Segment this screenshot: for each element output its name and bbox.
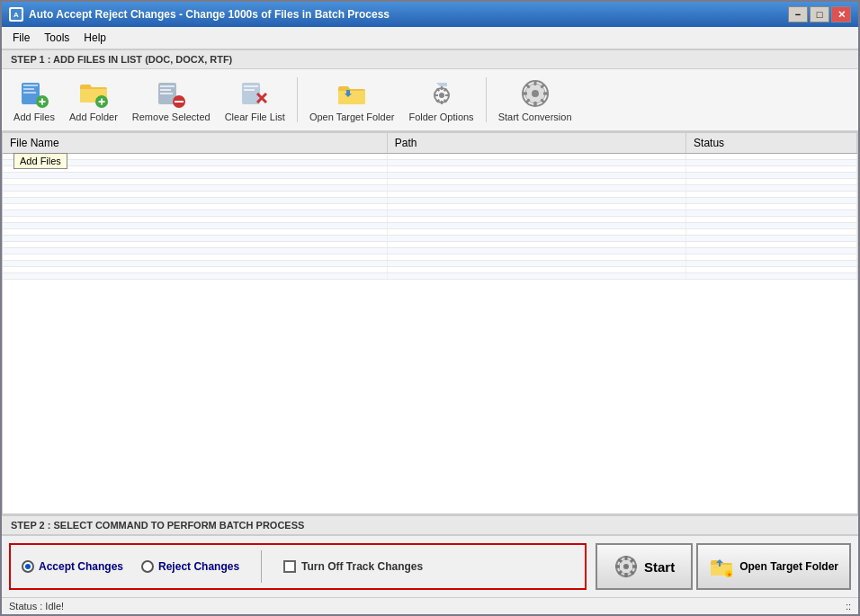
reject-changes-radio[interactable] — [141, 560, 154, 573]
table-row — [3, 160, 857, 166]
toolbar-separator-2 — [486, 77, 487, 122]
table-row — [3, 242, 857, 248]
command-selection-group: Accept Changes Reject Changes Turn Off T… — [9, 543, 587, 590]
window-title: Auto Accept Reject Changes - Change 1000… — [29, 8, 390, 21]
table-row — [3, 204, 857, 210]
add-files-button[interactable]: Add Files — [7, 73, 61, 127]
add-files-icon — [18, 77, 50, 110]
svg-rect-55 — [632, 566, 637, 568]
table-row — [3, 154, 857, 160]
svg-rect-41 — [543, 93, 548, 95]
status-bar: Status : Idle! :: — [2, 597, 858, 614]
close-button[interactable]: ✕ — [831, 6, 851, 22]
start-conversion-button[interactable]: Start Conversion — [492, 73, 578, 127]
main-window: A Auto Accept Reject Changes - Change 10… — [0, 0, 860, 616]
start-button[interactable]: Start — [596, 543, 693, 590]
accept-changes-label: Accept Changes — [39, 560, 123, 573]
table-row — [3, 254, 857, 261]
accept-changes-radio[interactable] — [22, 560, 34, 573]
add-folder-icon — [77, 77, 110, 110]
table-row — [3, 179, 857, 185]
turn-off-track-changes-label: Turn Off Track Changes — [301, 560, 423, 573]
start-conversion-label: Start Conversion — [498, 112, 572, 122]
toolbar-separator-1 — [297, 77, 298, 122]
reject-changes-option[interactable]: Reject Changes — [141, 560, 239, 573]
table-row — [3, 248, 857, 254]
svg-rect-4 — [23, 88, 34, 90]
option-divider — [261, 550, 262, 583]
remove-selected-icon — [155, 77, 187, 110]
table-row — [3, 210, 857, 217]
add-files-label: Add Files — [13, 112, 55, 122]
open-target-folder-icon — [336, 77, 368, 110]
reject-changes-label: Reject Changes — [158, 560, 239, 573]
svg-rect-14 — [160, 89, 171, 91]
resize-handle: :: — [846, 601, 851, 612]
add-files-tooltip: Add Files — [13, 153, 67, 169]
column-path: Path — [387, 133, 685, 154]
menu-bar: File Tools Help — [2, 27, 858, 49]
svg-rect-57 — [625, 573, 628, 577]
table-row — [3, 236, 857, 242]
minimize-button[interactable]: − — [788, 6, 808, 22]
menu-tools[interactable]: Tools — [37, 29, 76, 47]
svg-rect-50 — [625, 556, 628, 560]
open-target-folder-label: Open Target Folder — [309, 112, 395, 122]
accept-changes-option[interactable]: Accept Changes — [22, 560, 123, 573]
add-folder-label: Add Folder — [69, 112, 118, 122]
table-row — [3, 173, 857, 179]
svg-rect-11 — [101, 99, 103, 105]
table-row — [3, 261, 857, 267]
status-text: Status : Idle! — [9, 601, 64, 612]
bottom-panel: Accept Changes Reject Changes Turn Off T… — [2, 535, 858, 597]
table-row — [3, 217, 857, 223]
open-target-folder-button[interactable]: Open Target Folder — [303, 73, 401, 127]
title-bar: A Auto Accept Reject Changes - Change 10… — [2, 2, 858, 27]
svg-rect-13 — [160, 85, 175, 87]
app-icon: A — [9, 7, 23, 22]
svg-point-35 — [532, 90, 539, 97]
svg-rect-5 — [23, 92, 36, 94]
table-row — [3, 192, 857, 198]
table-row — [3, 223, 857, 229]
remove-selected-button[interactable]: Remove Selected — [126, 73, 217, 127]
folder-options-icon — [426, 77, 458, 110]
table-row — [3, 198, 857, 204]
svg-rect-59 — [615, 566, 620, 568]
start-gear-icon — [614, 554, 639, 579]
title-bar-left: A Auto Accept Reject Changes - Change 10… — [9, 7, 390, 22]
column-file-name: File Name — [3, 133, 387, 154]
file-table: File Name Path Status — [3, 133, 857, 280]
turn-off-track-changes-checkbox[interactable] — [283, 560, 296, 573]
menu-help[interactable]: Help — [76, 29, 113, 47]
svg-rect-3 — [23, 85, 38, 86]
clear-file-list-button[interactable]: Clear File List — [219, 73, 291, 127]
open-target-folder-action-icon: ★ — [709, 554, 734, 579]
svg-point-24 — [439, 93, 444, 98]
file-table-container: Add Files File Name Path Status — [2, 132, 858, 514]
svg-rect-36 — [533, 81, 536, 85]
menu-file[interactable]: File — [5, 29, 37, 47]
step2-header: STEP 2 : SELECT COMMAND TO PERFORM BATCH… — [2, 514, 858, 535]
table-row — [3, 229, 857, 236]
title-buttons: − □ ✕ — [788, 6, 851, 22]
remove-selected-label: Remove Selected — [132, 112, 211, 122]
table-row — [3, 166, 857, 173]
turn-off-track-changes-option[interactable]: Turn Off Track Changes — [283, 560, 423, 573]
svg-rect-19 — [244, 85, 258, 87]
folder-options-button[interactable]: Folder Options — [402, 73, 479, 127]
svg-rect-8 — [41, 99, 43, 105]
svg-rect-43 — [533, 102, 536, 106]
open-target-folder-action-button[interactable]: ★ Open Target Folder — [696, 543, 851, 590]
start-conversion-icon — [519, 77, 551, 110]
action-buttons: Start ★ Open Target Folder — [596, 543, 851, 590]
svg-rect-45 — [523, 93, 527, 95]
column-status: Status — [686, 133, 857, 154]
clear-file-list-icon — [238, 77, 271, 110]
step1-header: STEP 1 : ADD FILES IN LIST (DOC, DOCX, R… — [2, 49, 858, 69]
svg-rect-20 — [244, 89, 255, 91]
toolbar: Add Files Add Folder — [2, 69, 858, 132]
maximize-button[interactable]: □ — [810, 6, 829, 22]
add-folder-button[interactable]: Add Folder — [63, 73, 124, 127]
svg-rect-15 — [160, 93, 173, 94]
